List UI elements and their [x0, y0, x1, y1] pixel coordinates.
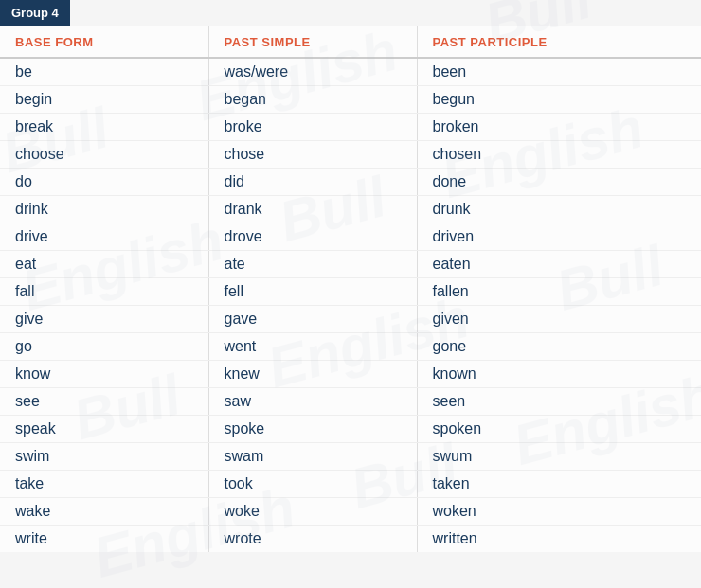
cell-past-participle: spoken [417, 416, 701, 443]
cell-base-form: see [0, 388, 208, 416]
cell-past-participle: drunk [417, 196, 701, 223]
cell-past-simple: woke [208, 498, 417, 526]
cell-past-participle: broken [417, 114, 701, 141]
cell-past-participle: been [417, 58, 701, 86]
cell-base-form: speak [0, 416, 208, 443]
table-row: wakewokewoken [0, 498, 701, 526]
cell-past-simple: swam [208, 443, 417, 471]
table-row: gowentgone [0, 333, 701, 361]
cell-base-form: swim [0, 443, 208, 471]
cell-past-participle: gone [417, 333, 701, 361]
cell-base-form: do [0, 169, 208, 196]
table-row: drinkdrankdrunk [0, 196, 701, 223]
group-header: Group 4 [0, 0, 70, 26]
cell-past-participle: eaten [417, 251, 701, 278]
cell-past-simple: chose [208, 141, 417, 169]
table-row: dodiddone [0, 169, 701, 196]
cell-past-participle: woken [417, 498, 701, 526]
table-row: taketooktaken [0, 471, 701, 498]
cell-past-participle: known [417, 361, 701, 388]
cell-past-simple: broke [208, 114, 417, 141]
cell-past-simple: drank [208, 196, 417, 223]
cell-base-form: know [0, 361, 208, 388]
table-row: seesawseen [0, 388, 701, 416]
cell-past-participle: chosen [417, 141, 701, 169]
table-row: speakspokespoken [0, 416, 701, 443]
table-row: knowknewknown [0, 361, 701, 388]
cell-past-simple: began [208, 86, 417, 114]
cell-base-form: go [0, 333, 208, 361]
cell-base-form: write [0, 526, 208, 553]
table-row: drivedrovedriven [0, 223, 701, 251]
table-row: swimswamswum [0, 443, 701, 471]
cell-past-simple: saw [208, 388, 417, 416]
cell-past-simple: went [208, 333, 417, 361]
table-row: breakbrokebroken [0, 114, 701, 141]
table-row: beginbeganbegun [0, 86, 701, 114]
cell-past-participle: done [417, 169, 701, 196]
table-wrapper: BASE FORM PAST SIMPLE PAST PARTICIPLE be… [0, 26, 701, 552]
irregular-verbs-table: BASE FORM PAST SIMPLE PAST PARTICIPLE be… [0, 26, 701, 552]
cell-past-participle: given [417, 306, 701, 333]
cell-past-participle: swum [417, 443, 701, 471]
cell-past-simple: ate [208, 251, 417, 278]
cell-base-form: wake [0, 498, 208, 526]
table-row: givegavegiven [0, 306, 701, 333]
cell-past-participle: driven [417, 223, 701, 251]
table-header-row: BASE FORM PAST SIMPLE PAST PARTICIPLE [0, 26, 701, 58]
cell-past-simple: was/were [208, 58, 417, 86]
header-past-simple: PAST SIMPLE [208, 26, 417, 58]
cell-past-participle: written [417, 526, 701, 553]
cell-base-form: break [0, 114, 208, 141]
cell-past-participle: begun [417, 86, 701, 114]
table-row: fallfellfallen [0, 278, 701, 306]
cell-past-simple: drove [208, 223, 417, 251]
cell-past-participle: taken [417, 471, 701, 498]
cell-base-form: take [0, 471, 208, 498]
table-row: bewas/werebeen [0, 58, 701, 86]
cell-base-form: be [0, 58, 208, 86]
cell-base-form: begin [0, 86, 208, 114]
cell-base-form: drive [0, 223, 208, 251]
cell-past-simple: knew [208, 361, 417, 388]
header-base-form: BASE FORM [0, 26, 208, 58]
cell-past-participle: fallen [417, 278, 701, 306]
cell-past-simple: gave [208, 306, 417, 333]
cell-past-simple: took [208, 471, 417, 498]
table-row: eatateeaten [0, 251, 701, 278]
page-container: BullEnglishBull EnglishBullEnglish BullE… [0, 0, 701, 552]
table-row: choosechosechosen [0, 141, 701, 169]
cell-base-form: drink [0, 196, 208, 223]
cell-past-simple: fell [208, 278, 417, 306]
cell-past-simple: did [208, 169, 417, 196]
table-row: writewrotewritten [0, 526, 701, 553]
cell-past-simple: wrote [208, 526, 417, 553]
cell-past-simple: spoke [208, 416, 417, 443]
group-label: Group 4 [11, 6, 59, 20]
cell-base-form: eat [0, 251, 208, 278]
cell-base-form: fall [0, 278, 208, 306]
cell-past-participle: seen [417, 388, 701, 416]
cell-base-form: choose [0, 141, 208, 169]
cell-base-form: give [0, 306, 208, 333]
header-past-participle: PAST PARTICIPLE [417, 26, 701, 58]
table-body: bewas/werebeenbeginbeganbegunbreakbrokeb… [0, 58, 701, 552]
